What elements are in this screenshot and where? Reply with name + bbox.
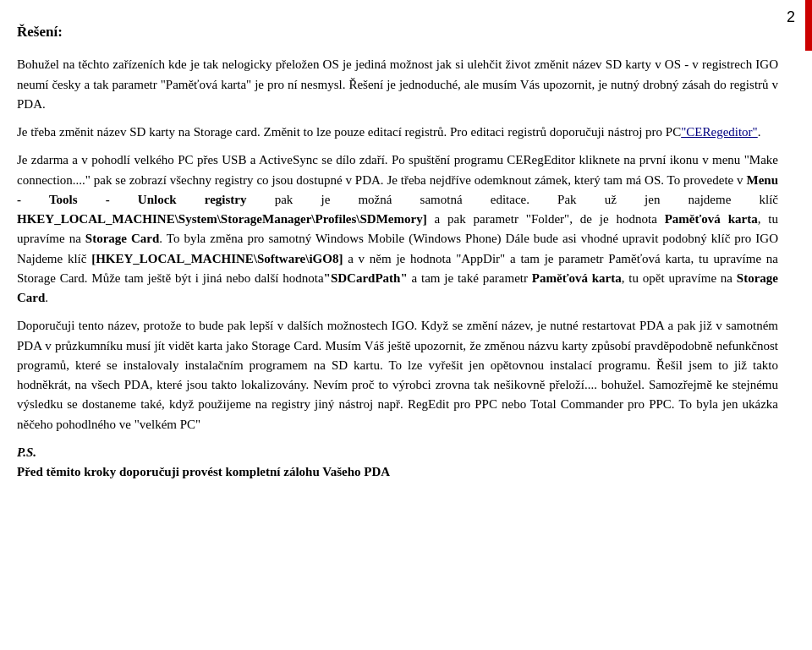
page-container: 2 Řešení: Bohužel na těchto zařízeních k… <box>0 0 812 650</box>
menu-path-1: Menu - Tools - Unlock registry <box>17 173 778 206</box>
page-number: 2 <box>787 8 795 26</box>
registry-key-1: HKEY_LOCAL_MACHINE\System\StorageManager… <box>17 212 427 226</box>
final-recommendation: Před těmito kroky doporučuji provést kom… <box>17 462 778 482</box>
main-content: Řešení: Bohužel na těchto zařízeních kde… <box>17 21 778 482</box>
paragraph-2: Je třeba změnit název SD karty na Storag… <box>17 123 778 142</box>
ceregeditor-link[interactable]: "CERegeditor" <box>681 125 758 139</box>
paragraph-4: Doporučuji tento název, protože to bude … <box>17 316 778 434</box>
red-bar-decoration <box>805 0 812 51</box>
paragraph-1: Bohužel na těchto zařízeních kde je tak … <box>17 55 778 114</box>
value-pamtova-1: Paměťová karta <box>665 212 758 226</box>
value-sdcardpath: "SDCardPath" <box>324 271 408 285</box>
paragraph-3: Je zdarma a v pohodlí velkého PC přes US… <box>17 150 778 308</box>
ps-label: P.S. <box>17 445 36 459</box>
registry-key-2: [HKEY_LOCAL_MACHINE\Software\iGO8] <box>91 252 343 265</box>
value-pamtova-2: Paměťová karta <box>532 271 622 285</box>
ps-section: P.S. <box>17 443 778 462</box>
value-storage-card-1: Storage Card <box>85 232 160 245</box>
section-heading: Řešení: <box>17 21 778 43</box>
